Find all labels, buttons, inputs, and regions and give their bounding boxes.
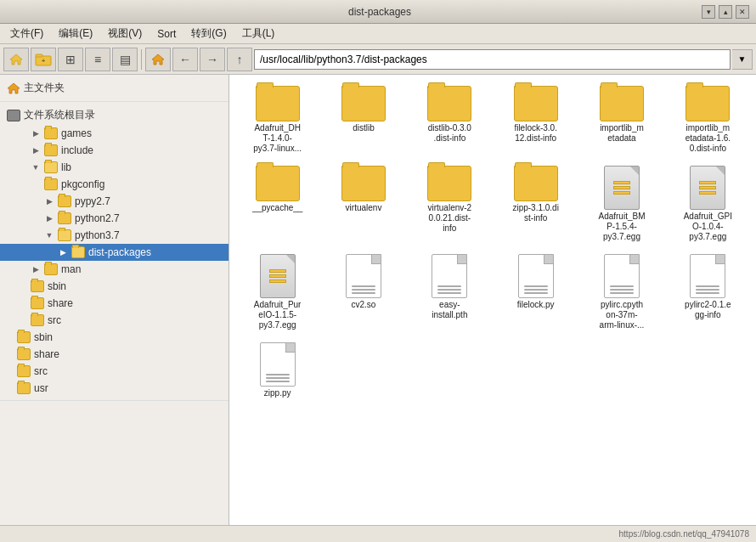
tree-toggle-games[interactable]: ▶ — [31, 128, 41, 138]
label-sbin: sbin — [34, 331, 53, 343]
menu-file[interactable]: 文件(F) — [3, 25, 50, 42]
file-item-distlib[interactable]: distlib — [322, 82, 404, 158]
sidebar-item-games[interactable]: ▶ games — [0, 125, 228, 142]
tree-toggle-python37[interactable]: ▼ — [44, 230, 54, 240]
zip-icon-adafruit-bmp — [604, 166, 640, 210]
file-item-virtualenv-info[interactable]: virtualenv-20.0.21.dist-info — [409, 161, 491, 246]
sidebar-item-pypy27[interactable]: ▶ pypy2.7 — [0, 193, 228, 210]
sidebar-item-fs[interactable]: 文件系统根目录 — [0, 105, 228, 125]
sidebar-item-sbin[interactable]: sbin — [0, 329, 228, 346]
sidebar-item-src[interactable]: src — [0, 363, 228, 380]
file-item-zipp-info[interactable]: zipp-3.1.0.dist-info — [494, 161, 577, 246]
up-btn[interactable]: ↑ — [227, 48, 252, 71]
file-item-adafruit-pureio[interactable]: Adafruit_PureIO-1.1.5-py3.7.egg — [236, 250, 319, 335]
folder-icon-usr — [17, 382, 31, 394]
file-item-adafruit-gpio[interactable]: Adafruit_GPIO-1.0.4-py3.7.egg — [667, 161, 749, 246]
svg-marker-0 — [10, 54, 22, 65]
sidebar-item-pkgconfig[interactable]: pkgconfig — [0, 176, 228, 193]
file-item-zipp[interactable]: zipp.py — [236, 338, 319, 403]
new-folder-btn[interactable]: + — [31, 48, 56, 71]
home-label: 主文件夹 — [24, 81, 65, 95]
tree-toggle-python27[interactable]: ▶ — [44, 213, 54, 223]
sidebar-item-usr[interactable]: usr — [0, 380, 228, 397]
maximize-button[interactable]: ▴ — [719, 5, 732, 19]
file-item-pycache[interactable]: __pycache__ — [236, 161, 319, 246]
label-python27: python2.7 — [75, 212, 120, 224]
folder-icon-filelock-info — [514, 86, 558, 121]
file-name-distlib: distlib — [326, 123, 400, 133]
folder-icon-importlib-meta — [600, 86, 644, 121]
file-item-filelock[interactable]: filelock.py — [494, 250, 577, 335]
file-item-importlib-meta-info[interactable]: importlib_metadata-1.6.0.dist-info — [667, 82, 749, 158]
close-button[interactable]: ✕ — [736, 5, 749, 19]
menu-edit[interactable]: 编辑(E) — [52, 25, 99, 42]
home-toolbar-btn[interactable] — [3, 48, 29, 71]
file-item-cv2so[interactable]: cv2.so — [322, 250, 404, 335]
menu-goto[interactable]: 转到(G) — [184, 25, 233, 42]
file-item-easy-install[interactable]: easy-install.pth — [409, 250, 491, 335]
sidebar-item-include[interactable]: ▶ include — [0, 142, 228, 159]
sidebar-home-section: 主文件夹 — [0, 75, 228, 102]
folder-icon-dist-packages — [71, 246, 85, 258]
folder-icon-lib — [44, 161, 58, 173]
statusbar: https://blog.csdn.net/qq_47941078 — [0, 525, 756, 542]
file-name-filelock-info: filelock-3.0.12.dist-info — [499, 123, 573, 144]
icon-view-btn[interactable]: ⊞ — [58, 48, 83, 71]
file-item-adafruit-dht[interactable]: Adafruit_DHT-1.4.0-py3.7-linux... — [236, 82, 319, 158]
file-item-filelock-info[interactable]: filelock-3.0.12.dist-info — [494, 82, 577, 158]
label-usr: usr — [34, 382, 48, 394]
folder-icon-share-lib — [31, 297, 44, 309]
address-bar[interactable] — [254, 49, 731, 70]
window-controls[interactable]: ▾ ▴ ✕ — [702, 5, 749, 19]
tree-toggle-include[interactable]: ▶ — [31, 145, 41, 155]
sidebar-item-share-lib[interactable]: share — [0, 295, 228, 312]
file-name-filelock: filelock.py — [499, 300, 573, 310]
file-name-zipp-info: zipp-3.1.0.dist-info — [499, 203, 573, 223]
zip-icon-adafruit-pureio — [260, 254, 296, 298]
file-name-importlib-meta: importlib_metadata — [584, 123, 658, 144]
folder-icon-include — [44, 144, 58, 156]
sidebar-item-python27[interactable]: ▶ python2.7 — [0, 210, 228, 227]
detail-view-btn[interactable]: ▤ — [112, 48, 138, 71]
sidebar-item-man[interactable]: ▶ man — [0, 261, 228, 278]
sidebar-item-lib[interactable]: ▼ lib — [0, 159, 228, 176]
address-input[interactable] — [260, 54, 725, 65]
file-item-virtualenv[interactable]: virtualenv — [322, 161, 404, 246]
label-pkgconfig: pkgconfig — [61, 178, 104, 190]
sidebar-item-home[interactable]: 主文件夹 — [0, 78, 228, 98]
label-src-lib: src — [48, 314, 61, 326]
tree-toggle-pypy27[interactable]: ▶ — [44, 196, 54, 206]
address-go-btn[interactable]: ▼ — [732, 49, 753, 70]
folder-icon-adafruit-dht — [256, 86, 300, 121]
forward-btn[interactable]: → — [200, 48, 225, 71]
menu-tools[interactable]: 工具(L) — [235, 25, 282, 42]
tree-toggle-man[interactable]: ▶ — [31, 264, 41, 274]
tree-toggle-dist-packages[interactable]: ▶ — [58, 247, 68, 257]
sidebar-item-src-lib[interactable]: src — [0, 312, 228, 329]
file-icon-easy-install — [432, 254, 467, 298]
file-item-adafruit-bmp[interactable]: Adafruit_BMP-1.5.4-py3.7.egg — [580, 161, 663, 246]
tree-toggle-lib[interactable]: ▼ — [31, 162, 41, 172]
file-item-importlib-meta[interactable]: importlib_metadata — [580, 82, 663, 158]
folder-icon-importlib-meta-info — [685, 86, 730, 121]
file-name-adafruit-pureio: Adafruit_PureIO-1.1.5-py3.7.egg — [240, 300, 314, 330]
sidebar-item-dist-packages[interactable]: ▶ dist-packages — [0, 244, 228, 261]
file-name-zipp: zipp.py — [240, 388, 314, 398]
home-dir-btn[interactable] — [145, 48, 171, 71]
file-item-pylirc[interactable]: pylirc.cpython-37m-arm-linux-... — [580, 250, 663, 335]
sidebar-item-share[interactable]: share — [0, 346, 228, 363]
file-panel: Adafruit_DHT-1.4.0-py3.7-linux... distli… — [229, 75, 756, 525]
file-item-pylirc2[interactable]: pylirc2-0.1.egg-info — [667, 250, 749, 335]
minimize-button[interactable]: ▾ — [702, 5, 715, 19]
menu-sort[interactable]: Sort — [150, 26, 183, 42]
back-btn[interactable]: ← — [172, 48, 198, 71]
label-sbin-lib: sbin — [48, 280, 66, 292]
menu-view[interactable]: 视图(V) — [101, 25, 149, 42]
folder-icon-games — [44, 127, 58, 139]
folder-icon-sbin-lib — [31, 280, 44, 292]
sidebar-item-python37[interactable]: ▼ python3.7 — [0, 227, 228, 244]
file-item-distlib-info[interactable]: distlib-0.3.0.dist-info — [409, 82, 491, 158]
list-view-btn[interactable]: ≡ — [85, 48, 110, 71]
status-url: https://blog.csdn.net/qq_47941078 — [619, 529, 749, 539]
sidebar-item-sbin-lib[interactable]: sbin — [0, 278, 228, 295]
